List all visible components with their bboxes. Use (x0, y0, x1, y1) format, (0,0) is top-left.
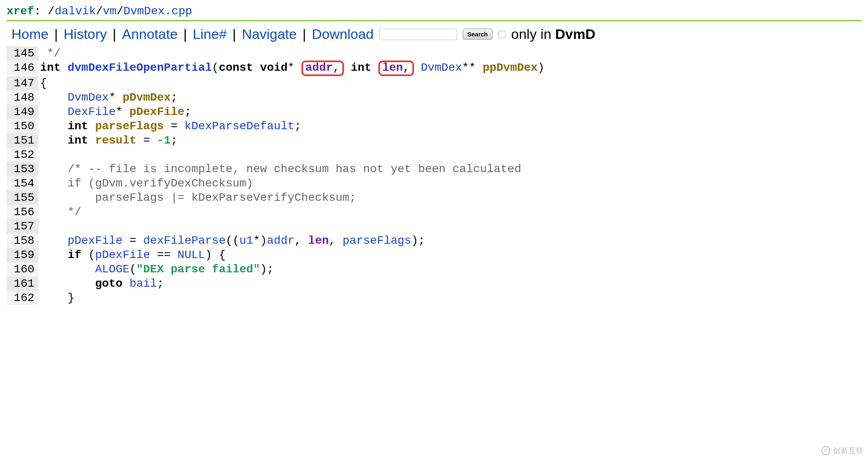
token (414, 61, 421, 74)
code-line: 149 DexFile* pDexFile; (7, 105, 544, 119)
token: goto (95, 277, 122, 290)
token: pDexFile (95, 249, 150, 261)
code-content: parseFlags |= kDexParseVerifyChecksum; (40, 191, 356, 205)
breadcrumb-slash: / (117, 5, 124, 18)
code-content: int dvmDexFileOpenPartial(const void* ad… (40, 61, 544, 76)
line-number[interactable]: 150 (7, 119, 38, 133)
nav-sep: | (54, 26, 58, 42)
line-number[interactable]: 151 (7, 133, 38, 148)
token: dvmDexFileOpenPartial (67, 61, 212, 74)
token (40, 249, 67, 261)
line-number[interactable]: 148 (7, 90, 38, 105)
nav-row: Home | History | Annotate | Line# | Navi… (7, 25, 861, 46)
code-content: pDexFile = dexFileParse((u1*)addr, len, … (40, 233, 425, 248)
line-number[interactable]: 145 (7, 46, 38, 61)
line-number[interactable]: 160 (7, 262, 38, 276)
token: ( (81, 249, 95, 261)
search-button[interactable]: Search (463, 29, 492, 40)
token: ); (260, 263, 274, 276)
token (61, 61, 67, 74)
token (40, 263, 95, 276)
breadcrumb-sep: : (34, 5, 48, 18)
token: /* -- file is incomplete, new checksum h… (40, 163, 521, 175)
token: = (136, 134, 157, 147)
code-line: 162 } (7, 291, 544, 305)
line-number[interactable]: 161 (7, 276, 38, 291)
token: parseFlags |= kDexParseVerifyChecksum; (40, 191, 356, 204)
code-line: 153 /* -- file is incomplete, new checks… (7, 162, 544, 176)
line-number[interactable]: 156 (7, 205, 38, 219)
line-number[interactable]: 154 (7, 176, 38, 191)
line-number[interactable]: 159 (7, 248, 38, 262)
highlight-box: addr, (301, 61, 344, 76)
nav-download[interactable]: Download (312, 26, 373, 42)
token: */ (40, 47, 61, 60)
breadcrumb: xref: /dalvik/vm/DvmDex.cpp (7, 3, 861, 21)
line-number[interactable]: 158 (7, 233, 38, 248)
line-number[interactable]: 149 (7, 105, 38, 119)
breadcrumb-part[interactable]: vm (103, 5, 117, 18)
breadcrumb-slash: / (96, 5, 103, 18)
token: { (40, 77, 47, 90)
token (371, 61, 378, 74)
token: DexFile (67, 106, 116, 118)
line-number[interactable]: 157 (7, 219, 38, 233)
highlight-box: len, (378, 61, 414, 76)
breadcrumb-part[interactable]: DvmDex.cpp (124, 5, 192, 18)
token: ) { (205, 249, 225, 261)
line-number[interactable]: 147 (7, 76, 38, 90)
token: */ (40, 206, 81, 218)
token: , (295, 234, 308, 247)
code-content: goto bail; (40, 276, 164, 291)
token (88, 134, 95, 147)
breadcrumb-slash: / (48, 5, 55, 18)
token: pDvmDex (123, 91, 171, 104)
token: bail (129, 277, 157, 290)
nav-navigate[interactable]: Navigate (242, 26, 297, 42)
breadcrumb-part[interactable]: dalvik (55, 5, 96, 18)
breadcrumb-prefix: xref (7, 5, 34, 18)
token: ; (184, 106, 191, 118)
code-content: } (40, 291, 74, 305)
nav-sep: | (232, 26, 236, 42)
nav-annotate[interactable]: Annotate (122, 26, 178, 42)
nav-line[interactable]: Line# (193, 26, 227, 42)
code-line: 147{ (7, 76, 544, 90)
token: len (308, 234, 328, 247)
token: kDexParseDefault (184, 120, 295, 132)
token: ; (171, 134, 178, 147)
nav-home[interactable]: Home (11, 26, 49, 42)
line-number[interactable]: 153 (7, 162, 38, 176)
token: ; (157, 277, 164, 290)
token: * (109, 91, 123, 104)
line-number[interactable]: 155 (7, 191, 38, 205)
token: ( (212, 61, 219, 74)
token: parseFlags (342, 234, 411, 247)
code-line: 152 (7, 148, 544, 162)
only-in-checkbox[interactable] (498, 31, 506, 38)
token: ( (129, 263, 136, 276)
token: result (95, 134, 136, 147)
line-number[interactable]: 152 (7, 148, 38, 162)
token: * (116, 106, 130, 118)
line-number[interactable]: 146 (7, 61, 38, 75)
token (88, 120, 95, 132)
token (40, 234, 67, 247)
nav-history[interactable]: History (64, 26, 107, 42)
code-content: */ (40, 205, 81, 219)
token: ppDvmDex (483, 61, 537, 74)
code-line: 156 */ (7, 205, 544, 219)
code-content: if (pDexFile == NULL) { (40, 248, 226, 262)
token: ** (462, 61, 483, 74)
token (123, 277, 130, 290)
nav-sep: | (183, 26, 187, 42)
line-number[interactable]: 162 (7, 291, 38, 305)
code-line: 145 */ (7, 46, 544, 61)
token: *) (253, 234, 267, 247)
token: (( (226, 234, 240, 247)
token: ; (295, 120, 301, 132)
code-content: DvmDex* pDvmDex; (40, 90, 178, 105)
nav-sep: | (302, 26, 306, 42)
nav-sep: | (112, 26, 116, 42)
search-input[interactable] (379, 29, 457, 40)
